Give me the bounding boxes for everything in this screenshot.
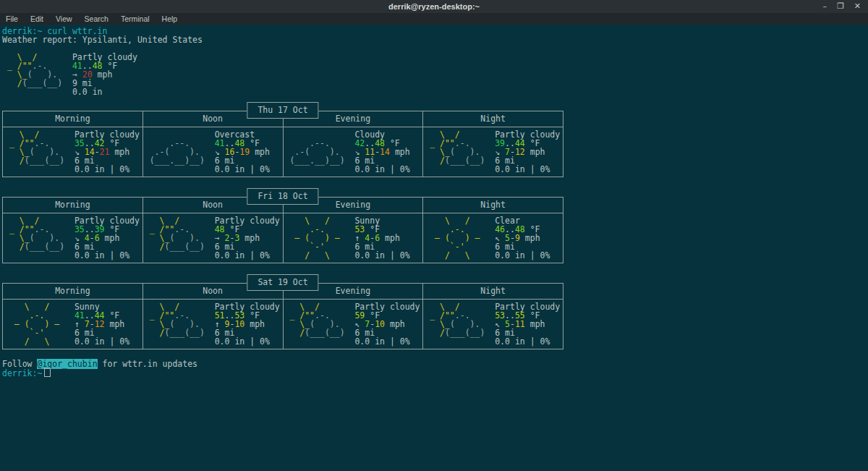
menu-item-file[interactable]: File xyxy=(6,14,18,23)
menu-item-search[interactable]: Search xyxy=(85,14,109,23)
day-section-sat: Sat 19 Oct Morning Noon Evening Night \ … xyxy=(2,283,563,349)
date-label: Thu 17 Oct xyxy=(247,102,318,119)
shell-prompt: derrik:~ xyxy=(2,368,42,378)
date-label: Fri 18 Oct xyxy=(247,188,318,205)
menu-item-help[interactable]: Help xyxy=(162,14,178,23)
forecast-row: \ / Partly cloudy _ /"".-. 35..39 °F \_(… xyxy=(3,213,563,263)
period-header-night: Night xyxy=(423,198,563,213)
window-title: derrik@ryzen-desktop:~ xyxy=(388,2,480,11)
menubar: File Edit View Search Terminal Help xyxy=(0,13,868,25)
minimize-icon[interactable]: – xyxy=(822,0,827,13)
period-header-morning: Morning xyxy=(3,284,143,299)
weather-cell-night: \ / Partly cloudy _ /"".-. 53..55 °F \_(… xyxy=(423,300,563,349)
date-label: Sat 19 Oct xyxy=(247,274,318,291)
weather-cell-noon: Overcast .--. 41..48 °F .-( ). ↘ 16-19 m… xyxy=(143,127,284,177)
weather-table: Morning Noon Evening Night \ / Sunny .-.… xyxy=(2,283,563,349)
weather-cell-morning: \ / Sunny .-. 41..44 °F ― ( ) ― ↑ 7-12 m… xyxy=(3,300,143,349)
menu-item-edit[interactable]: Edit xyxy=(30,14,43,23)
day-section-fri: Fri 18 Oct Morning Noon Evening Night \ … xyxy=(2,197,563,263)
forecast-row: \ / Partly cloudy _ /"".-. 35..42 °F \_(… xyxy=(3,127,563,177)
period-header-night: Night xyxy=(423,111,563,127)
menu-item-view[interactable]: View xyxy=(56,14,72,23)
weather-cell-evening: Cloudy .--. 42..48 °F .-( ). ↘ 11-14 mph… xyxy=(284,127,424,177)
terminal-cursor xyxy=(44,368,51,377)
period-header-morning: Morning xyxy=(3,111,143,127)
weather-cell-night: \ / Clear .-. 46..48 °F ― ( ) ― ↖ 5-9 mp… xyxy=(423,213,563,263)
forecast-row: \ / Sunny .-. 41..44 °F ― ( ) ― ↑ 7-12 m… xyxy=(3,300,563,349)
weather-cell-night: \ / Partly cloudy _ /"".-. 39..44 °F \_(… xyxy=(423,127,563,177)
terminal-window: derrik@ryzen-desktop:~ – ❐ ✕ File Edit V… xyxy=(0,0,868,471)
weather-cell-evening: \ / Partly cloudy _ /"".-. 59 °F \_( ). … xyxy=(284,300,424,349)
weather-report-title: Weather report: Ypsilanti, United States xyxy=(2,35,868,44)
weather-cell-morning: \ / Partly cloudy _ /"".-. 35..39 °F \_(… xyxy=(3,213,143,263)
maximize-icon[interactable]: ❐ xyxy=(837,0,844,13)
menu-item-terminal[interactable]: Terminal xyxy=(121,14,150,23)
current-conditions: \ / Partly cloudy _ /"".-. 41..48 °F \_(… xyxy=(2,53,868,96)
weather-cell-noon: \ / Partly cloudy _ /"".-. 51..53 °F \_(… xyxy=(143,300,284,349)
period-header-night: Night xyxy=(423,284,563,299)
day-section-thu: Thu 17 Oct Morning Noon Evening Night \ … xyxy=(2,111,563,177)
close-icon[interactable]: ✕ xyxy=(854,0,861,13)
weather-cell-noon: \ / Partly cloudy _ /"".-. 48 °F \_( ). … xyxy=(143,213,284,263)
shell-prompt-line-2: derrik:~ xyxy=(2,368,868,377)
follow-line: Follow @igor_chubin for wttr.in updates xyxy=(2,360,868,368)
wttr-updates-link[interactable]: @igor_chubin xyxy=(37,359,97,369)
weather-cell-evening: \ / Sunny .-. 53 °F ― ( ) ― ↑ 4-6 mph `-… xyxy=(284,213,424,263)
weather-table: Morning Noon Evening Night \ / Partly cl… xyxy=(2,197,563,263)
follow-text-pre: Follow xyxy=(2,359,37,369)
terminal-output[interactable]: derrik:~ curl wttr.in Weather report: Yp… xyxy=(0,25,868,377)
window-controls: – ❐ ✕ xyxy=(822,0,861,13)
follow-text-post: for wttr.in updates xyxy=(98,359,197,369)
weather-cell-morning: \ / Partly cloudy _ /"".-. 35..42 °F \_(… xyxy=(3,127,143,177)
window-titlebar: derrik@ryzen-desktop:~ – ❐ ✕ xyxy=(0,0,868,13)
weather-table: Morning Noon Evening Night \ / Partly cl… xyxy=(2,111,563,177)
period-header-morning: Morning xyxy=(3,198,143,213)
